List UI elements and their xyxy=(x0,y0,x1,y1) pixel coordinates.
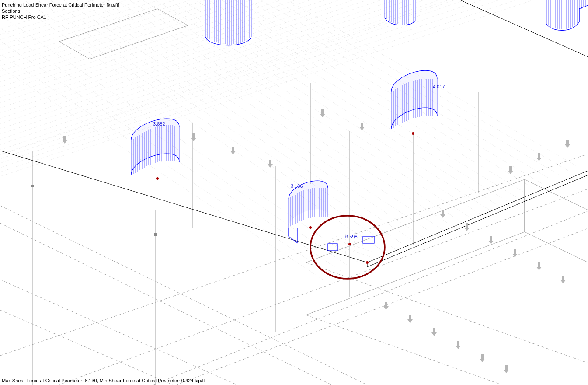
svg-line-36 xyxy=(70,0,437,236)
overlay-title-line3: RF-PUNCH Pro CA1 xyxy=(2,14,46,20)
svg-line-5 xyxy=(0,0,546,179)
svg-line-47 xyxy=(214,0,533,188)
svg-point-114 xyxy=(412,132,414,135)
svg-line-16 xyxy=(0,0,588,83)
svg-point-91 xyxy=(156,177,159,180)
lower-structure-wireframe xyxy=(0,83,588,385)
svg-line-21 xyxy=(0,0,588,57)
svg-line-27 xyxy=(0,0,588,141)
svg-line-2 xyxy=(0,0,533,166)
value-label-2: 3.166 xyxy=(291,183,303,189)
svg-line-1 xyxy=(0,0,529,162)
svg-line-42 xyxy=(149,0,490,210)
svg-line-9 xyxy=(0,0,588,120)
svg-line-20 xyxy=(0,0,588,62)
punch-node-1 xyxy=(131,119,179,180)
svg-line-43 xyxy=(162,0,498,206)
svg-rect-66 xyxy=(154,233,157,236)
value-label-1: 3.882 xyxy=(153,121,165,126)
punch-node-2 xyxy=(289,181,328,243)
svg-line-12 xyxy=(0,0,588,104)
svg-line-56 xyxy=(0,48,332,276)
slab-mesh-grid xyxy=(0,0,588,280)
highlight-circle xyxy=(310,216,385,279)
svg-point-134 xyxy=(309,226,312,229)
punch-top-cut-1 xyxy=(205,0,251,46)
status-bar-text: Max Shear Force at Critical Perimeter: 8… xyxy=(2,378,205,383)
svg-rect-67 xyxy=(31,185,34,187)
punch-top-cut-3 xyxy=(546,0,588,30)
svg-line-31 xyxy=(4,0,393,258)
svg-point-194 xyxy=(366,261,369,264)
overlay-title-line2: Sections xyxy=(2,8,20,14)
svg-line-19 xyxy=(0,0,588,67)
svg-point-193 xyxy=(348,243,351,245)
punch-node-4 xyxy=(391,70,437,135)
svg-line-57 xyxy=(0,61,324,280)
svg-line-18 xyxy=(0,0,588,73)
svg-line-44 xyxy=(175,0,507,201)
viewport-3d[interactable] xyxy=(0,0,588,385)
svg-line-30 xyxy=(0,0,588,157)
value-label-4: 4.017 xyxy=(433,84,445,89)
value-label-3: 0.598 xyxy=(345,234,358,239)
svg-line-7 xyxy=(0,0,588,130)
svg-line-3 xyxy=(0,0,538,171)
svg-line-11 xyxy=(0,0,588,109)
svg-line-39 xyxy=(109,0,463,223)
svg-line-14 xyxy=(0,0,588,94)
svg-line-46 xyxy=(201,0,525,192)
svg-line-28 xyxy=(0,0,588,146)
svg-line-4 xyxy=(0,0,542,175)
svg-line-8 xyxy=(0,0,588,125)
svg-line-17 xyxy=(0,0,588,78)
svg-line-45 xyxy=(188,0,516,197)
svg-line-13 xyxy=(0,0,588,99)
punch-top-cut-2 xyxy=(385,0,415,25)
svg-line-15 xyxy=(0,0,588,88)
svg-rect-191 xyxy=(328,244,337,251)
svg-line-48 xyxy=(227,0,542,184)
svg-line-6 xyxy=(0,0,588,136)
overlay-title-line1: Punching Load Shear Force at Critical Pe… xyxy=(2,2,119,8)
svg-line-0 xyxy=(0,0,525,158)
